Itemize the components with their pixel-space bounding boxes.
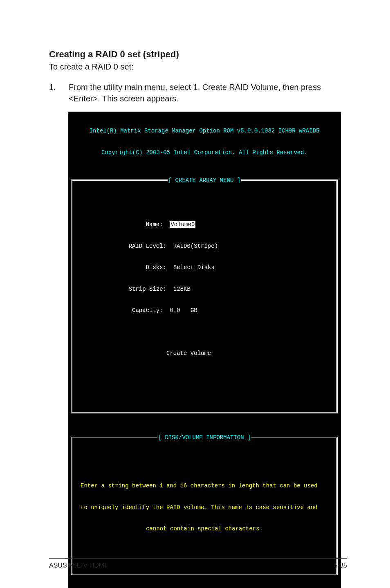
value-name[interactable]: Volume0 [170, 221, 195, 228]
footer-divider [49, 558, 347, 559]
disk-volume-inner: Enter a string between 1 and 16 characte… [72, 459, 336, 559]
disk-volume-info-box: [ DISK/VOLUME INFORMATION ] Enter a stri… [71, 437, 338, 575]
label-disks: Disks: [146, 264, 166, 271]
field-capacity: Capacity: 0.0 GB [81, 307, 328, 314]
help-line-2: to uniquely identify the RAID volume. Th… [81, 504, 328, 512]
field-name: Name: Volume0 [81, 221, 328, 229]
footer-left: ASUS P5E-V HDMI [49, 562, 106, 569]
intro-text: To create a RAID 0 set: [49, 62, 347, 72]
term1-line2: Copyright(C) 2003-05 Intel Corporation. … [71, 149, 338, 157]
field-disks: Disks: Select Disks [81, 264, 328, 272]
value-disks[interactable]: Select Disks [173, 264, 215, 271]
blank-row-2 [81, 372, 328, 379]
term1-line1: Intel(R) Matrix Storage Manager Option R… [71, 128, 338, 135]
create-array-title: [ CREATE ARRAY MENU ] [168, 177, 241, 184]
value-raidlevel[interactable]: RAID0(Stripe) [173, 243, 218, 249]
footer-right: 5-35 [334, 562, 347, 569]
create-volume-button[interactable]: Create Volume [166, 350, 211, 357]
value-capacity[interactable]: 0.0 GB [170, 307, 197, 314]
create-volume-row: Create Volume [81, 350, 328, 357]
heading: Creating a RAID 0 set (striped) [49, 49, 347, 60]
disk-volume-title: [ DISK/VOLUME INFORMATION ] [157, 434, 252, 441]
create-array-terminal: Intel(R) Matrix Storage Manager Option R… [68, 112, 341, 588]
label-stripsize: Strip Size: [129, 286, 166, 292]
step-1: 1. From the utility main menu, select 1.… [49, 81, 347, 104]
create-array-inner: Name: Volume0 RAID Level: RAID0(Stripe) … [72, 202, 336, 398]
value-stripsize[interactable]: 128KB [173, 286, 191, 292]
create-array-box: [ CREATE ARRAY MENU ] Name: Volume0 RAID… [71, 180, 338, 414]
help-line-1: Enter a string between 1 and 16 characte… [81, 483, 328, 490]
label-name: Name: [146, 221, 163, 228]
field-raidlevel: RAID Level: RAID0(Stripe) [81, 243, 328, 250]
label-raidlevel: RAID Level: [129, 243, 166, 249]
step-number: 1. [49, 81, 69, 104]
disk-volume-title-wrap: [ DISK/VOLUME INFORMATION ] [72, 434, 336, 442]
label-capacity: Capacity: [132, 307, 163, 314]
blank-row [81, 329, 328, 336]
step-body: From the utility main menu, select 1. Cr… [69, 81, 347, 104]
field-stripsize: Strip Size: 128KB [81, 286, 328, 293]
help-line-3: cannot contain special characters. [81, 525, 328, 533]
create-array-title-wrap: [ CREATE ARRAY MENU ] [72, 177, 336, 184]
